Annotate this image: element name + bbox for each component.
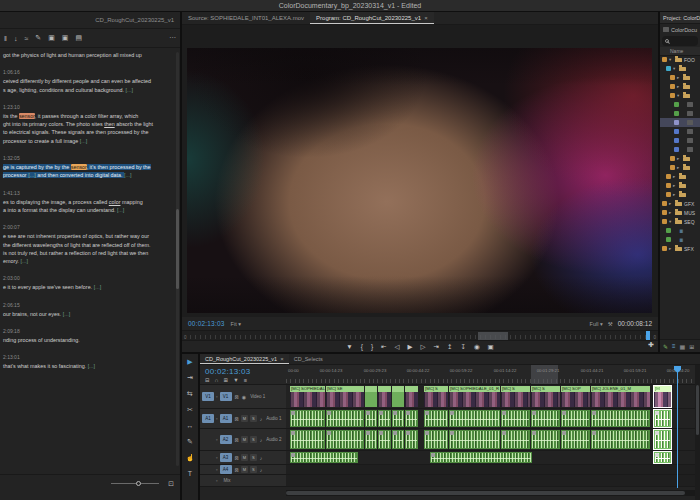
icon-view-icon[interactable]: ▦ [680,343,686,350]
add-marker-icon[interactable]: ▼ [346,343,352,350]
audio-clip[interactable] [290,452,358,463]
project-item[interactable]: ▾SEQ [660,217,700,226]
project-item[interactable]: ▸ [660,172,700,181]
text-size-slider[interactable] [111,483,159,484]
project-item[interactable]: ▸MUS [660,208,700,217]
audio-clip[interactable] [430,452,532,463]
add-marker-icon[interactable]: ▼ [233,377,238,383]
ripple-edit-tool-icon[interactable]: ⇆ [182,386,198,402]
disclosure-icon[interactable]: ▾ [669,219,673,224]
new-bin-icon[interactable]: ⊞ [689,343,694,350]
project-item[interactable]: ▸ [660,163,700,172]
project-item[interactable]: ▾ [660,91,700,100]
timeline-horizontal-scrollbar[interactable] [286,490,695,496]
label-chip[interactable] [662,246,667,251]
scrollbar-thumb[interactable] [176,209,179,289]
track-target-a4[interactable]: A4 [220,465,232,474]
track-lane-a4[interactable] [286,465,695,475]
label-chip[interactable] [674,129,679,134]
close-icon[interactable]: × [280,356,284,362]
transcript-block[interactable]: 1:32:05ge is captured by the by the sens… [3,155,169,180]
project-item[interactable] [660,118,700,127]
audio-clip[interactable] [654,452,671,463]
video-clip[interactable]: [MC] S [531,386,560,407]
wrench-icon[interactable]: ⚒ [608,321,613,327]
button-editor-icon[interactable]: ✚ [648,341,654,349]
source-patch-v1[interactable]: V1 [202,392,214,401]
disclosure-icon[interactable]: ▸ [673,183,677,188]
comparison-view-icon[interactable]: ▣ [488,343,494,351]
video-clip[interactable] [378,386,391,407]
pen-tool-icon[interactable]: ✎ [182,434,198,450]
mic-icon[interactable]: ♪ [260,437,263,443]
project-item[interactable]: ▸SFX [660,244,700,253]
mark-out-icon[interactable]: } [371,343,373,350]
mute-button[interactable]: M [241,454,248,461]
label-chip[interactable] [666,66,671,71]
play-icon[interactable]: ▶ [408,343,413,351]
project-item[interactable] [660,145,700,154]
track-lane-a1[interactable] [286,409,695,429]
writable-pencil-icon[interactable]: ✎ [663,343,668,350]
audio-clip[interactable] [378,430,391,449]
project-item[interactable]: ▸GFX [660,199,700,208]
audio-clip[interactable] [591,430,650,449]
project-item[interactable]: ▸ [660,82,700,91]
arrow-down-icon[interactable]: ↓ [14,35,18,42]
track-target-a3[interactable]: A3 [220,453,232,462]
audio-clip[interactable] [365,410,377,427]
video-clip[interactable]: [MC] SE [326,386,364,407]
project-item[interactable] [660,109,700,118]
label-chip[interactable] [666,174,671,179]
project-item[interactable]: ≣ [660,235,700,244]
label-chip[interactable] [670,93,675,98]
track-target-a2[interactable]: A2 [220,435,232,444]
project-item[interactable]: ▸ [660,154,700,163]
video-clip[interactable]: [M [654,386,671,407]
disclosure-icon[interactable]: ▸ [673,174,677,179]
transcript-block[interactable]: 2:06:15our brains, not our eyes. [...] [3,302,169,318]
disclosure-icon[interactable]: ▸ [669,246,673,251]
audio-clip[interactable] [405,430,418,449]
label-chip[interactable] [666,228,671,233]
text-size-slider-knob[interactable] [136,481,141,486]
step-forward-icon[interactable]: ▷ [421,343,426,351]
edit-pencil-icon[interactable]: ✎ [35,34,41,42]
track-select-tool-icon[interactable]: ⇥ [182,370,198,386]
track-lane-mix[interactable] [286,475,695,487]
transcript-scrollbar[interactable] [176,52,179,466]
video-clip[interactable] [365,386,377,407]
solo-button[interactable]: S [250,466,257,473]
label-chip[interactable] [674,138,679,143]
sync-lock-icon[interactable]: ⊠ [235,455,239,461]
label-chip[interactable] [674,111,679,116]
close-icon[interactable]: × [424,15,428,21]
transcript-block[interactable]: 2:13:01that's what makes it so fascinati… [3,354,169,370]
razor-tool-icon[interactable]: ✂ [182,402,198,418]
slip-tool-icon[interactable]: ↔ [182,418,198,434]
video-clip[interactable]: [MC] S [501,386,530,407]
transcript-block[interactable]: 1:06:16ceived differently by different p… [3,69,169,94]
project-item[interactable]: ▾ [660,64,700,73]
disclosure-icon[interactable]: ▸ [677,84,681,89]
disclosure-icon[interactable]: ▾ [673,66,677,71]
label-chip[interactable] [670,156,675,161]
video-clip[interactable]: [MC] SOPHIEDALE_01_R [449,386,500,407]
selection-tool-icon[interactable]: ▶ [182,354,198,370]
lock-icon[interactable]: ▫ [216,455,218,460]
timeline-vertical-scrollbar[interactable] [695,365,700,500]
solo-button[interactable]: S [250,415,257,422]
label-chip[interactable] [670,165,675,170]
mute-button[interactable]: M [241,466,248,473]
sync-lock-icon[interactable]: ⊠ [235,467,239,473]
mic-icon[interactable]: ♪ [260,416,263,422]
scrollbar-thumb[interactable] [286,491,685,495]
mark-in-icon[interactable]: { [361,343,363,350]
source-patch-a1[interactable]: A1 [202,414,214,423]
project-item[interactable]: ≣ [660,226,700,235]
mic-icon[interactable]: ♪ [260,455,263,461]
disclosure-icon[interactable]: ▸ [673,192,677,197]
lock-icon[interactable]: ▫ [216,478,218,483]
audio-clip[interactable] [531,410,560,427]
audio-clip[interactable] [561,430,590,449]
